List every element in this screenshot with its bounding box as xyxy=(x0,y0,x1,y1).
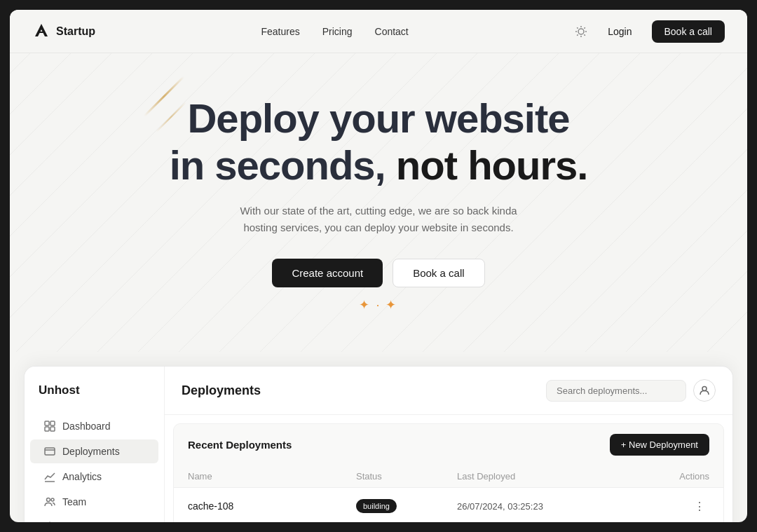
brand-logo-icon xyxy=(32,22,50,41)
sidebar-item-settings[interactable]: Settings xyxy=(30,515,158,522)
new-deployment-button[interactable]: + New Deployment xyxy=(610,434,709,456)
col-status: Status xyxy=(356,471,457,482)
row-actions-0: ⋮ xyxy=(625,496,709,516)
analytics-icon xyxy=(44,471,55,482)
svg-line-5 xyxy=(577,27,578,28)
deployments-icon xyxy=(44,446,55,457)
content-title: Deployments xyxy=(182,383,261,398)
status-badge-0: building xyxy=(356,499,457,513)
hero-subtitle: With our state of the art, cutting edge,… xyxy=(231,203,526,236)
user-icon-button[interactable] xyxy=(693,379,716,402)
book-call-button[interactable]: Book a call xyxy=(393,259,484,287)
sidebar-label-dashboard: Dashboard xyxy=(62,421,111,432)
nav-links: Features Pricing Contact xyxy=(261,26,408,37)
col-last-deployed: Last Deployed xyxy=(457,471,625,482)
navbar: Startup Features Pricing Contact Login B… xyxy=(10,10,747,53)
sidebar-item-deployments[interactable]: Deployments xyxy=(30,439,158,463)
sidebar-label-deployments: Deployments xyxy=(62,446,120,457)
sidebar-item-analytics[interactable]: Analytics xyxy=(30,465,158,489)
create-account-button[interactable]: Create account xyxy=(272,259,383,287)
main-container: Startup Features Pricing Contact Login B… xyxy=(10,10,747,522)
nav-right: Login Book a call xyxy=(574,20,725,43)
svg-rect-9 xyxy=(45,421,49,425)
content-header: Deployments xyxy=(165,367,732,415)
hero-section: Deploy your website in seconds, not hour… xyxy=(10,53,747,352)
svg-rect-10 xyxy=(50,421,55,425)
row-name-0: cache-108 xyxy=(188,500,356,512)
sparkle-decoration: ✦ · ✦ xyxy=(24,297,733,311)
hero-title: Deploy your website in seconds, not hour… xyxy=(24,95,733,189)
svg-line-8 xyxy=(577,34,578,35)
sparkle-icon: ✦ · ✦ xyxy=(359,297,397,313)
login-button[interactable]: Login xyxy=(599,22,640,41)
sidebar-label-settings: Settings xyxy=(62,521,98,522)
sidebar-nav: Dashboard Deployments Analyt xyxy=(25,414,164,522)
nav-link-pricing[interactable]: Pricing xyxy=(322,26,353,37)
nav-brand: Startup xyxy=(32,22,95,41)
table-area: Recent Deployments + New Deployment Name… xyxy=(173,423,724,522)
sidebar: Unhost Dashboard xyxy=(25,367,165,522)
svg-point-17 xyxy=(51,498,54,501)
hero-buttons: Create account Book a call xyxy=(24,259,733,287)
col-actions: Actions xyxy=(625,471,709,482)
sidebar-brand: Unhost xyxy=(25,383,164,414)
svg-line-7 xyxy=(585,27,585,28)
row-date-0: 26/07/2024, 03:25:23 xyxy=(457,501,625,512)
main-content: Deployments Recent Deployments + New Dep… xyxy=(165,367,732,522)
col-name: Name xyxy=(188,471,356,482)
svg-rect-13 xyxy=(45,448,55,455)
svg-point-16 xyxy=(47,498,50,502)
sidebar-label-analytics: Analytics xyxy=(62,471,102,482)
sidebar-item-dashboard[interactable]: Dashboard xyxy=(30,414,158,438)
svg-point-19 xyxy=(702,387,707,391)
table-row: cache-108 building 26/07/2024, 03:25:23 … xyxy=(174,488,723,522)
dashboard-preview: Unhost Dashboard xyxy=(24,366,733,522)
dashboard-icon xyxy=(44,421,55,432)
action-menu-button-0[interactable]: ⋮ xyxy=(690,496,709,516)
nav-link-features[interactable]: Features xyxy=(261,26,299,37)
svg-line-6 xyxy=(585,34,585,35)
sidebar-label-team: Team xyxy=(62,496,86,507)
brand-name: Startup xyxy=(56,25,95,38)
sidebar-item-team[interactable]: Team xyxy=(30,490,158,514)
table-header-row: Recent Deployments + New Deployment xyxy=(174,424,723,465)
table-section-title: Recent Deployments xyxy=(188,439,292,451)
search-input[interactable] xyxy=(546,380,686,402)
content-header-right xyxy=(546,379,716,402)
nav-link-contact[interactable]: Contact xyxy=(375,26,409,37)
settings-icon xyxy=(44,521,55,522)
nav-book-button[interactable]: Book a call xyxy=(652,20,725,43)
team-icon xyxy=(44,496,55,507)
svg-rect-12 xyxy=(50,427,55,431)
table-columns-header: Name Status Last Deployed Actions xyxy=(174,465,723,488)
theme-toggle-icon[interactable] xyxy=(574,25,588,39)
svg-rect-11 xyxy=(45,427,49,431)
user-icon xyxy=(699,385,710,396)
svg-point-0 xyxy=(578,29,584,34)
